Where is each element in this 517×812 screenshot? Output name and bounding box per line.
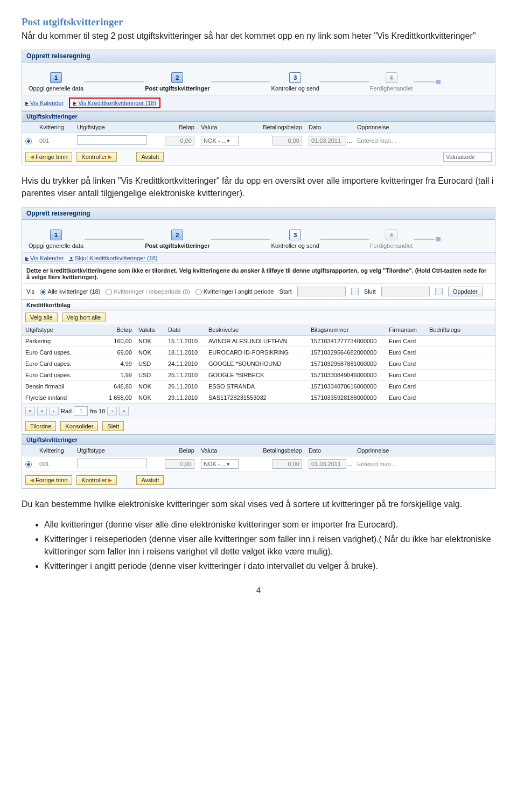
update-button[interactable]: Oppdater xyxy=(448,287,483,296)
chevron-right-icon: ▶ xyxy=(25,101,29,106)
screenshot-1: Opprett reiseregning 1 Oppgi generelle d… xyxy=(22,50,495,165)
row-origin: Entered manually xyxy=(354,135,402,146)
prev-step-button[interactable]: ◀Forrige trinn xyxy=(25,475,72,485)
valutakode-input[interactable]: Valutakode xyxy=(443,152,492,162)
col-belop: Beløp xyxy=(155,122,198,133)
list-item: Kvitteringer i reiseperioden (denne vise… xyxy=(44,533,495,558)
window-title: Opprett reiseregning xyxy=(22,50,495,63)
list-item: Alle kvitteringer (denne viser alle dine… xyxy=(44,518,495,531)
input-dato[interactable]: 01.03.2011 xyxy=(309,136,346,145)
table-row[interactable]: Flyreise innland1 658,00NOK29.11.2010SAS… xyxy=(22,392,495,404)
select-valuta[interactable]: NOK - ... ▾ xyxy=(201,136,239,145)
intro-paragraph-2: Hvis du trykker på linken "Vis Kredittko… xyxy=(22,175,495,199)
link-calendar[interactable]: ▶ Vis Kalender xyxy=(25,100,64,106)
wizard-steps: 1 Oppgi generelle data 2 Post utgiftskvi… xyxy=(22,63,495,95)
pager-first[interactable]: ≡ xyxy=(25,407,35,415)
receipts-header: Kvittering Utgiftstype Beløp Valuta Beta… xyxy=(22,445,495,456)
screenshot-2: Opprett reiseregning 1Oppgi generelle da… xyxy=(22,207,495,489)
step-3[interactable]: 3 xyxy=(289,230,301,240)
table-row[interactable]: Euro Card uspes.69,00NOK18.11.2010EUROCA… xyxy=(22,347,495,358)
radio-all-receipts[interactable] xyxy=(40,288,46,295)
deselect-all-button[interactable]: Velg bort alle xyxy=(62,313,106,322)
filter-vis-label: Vis xyxy=(26,288,34,295)
input-betalingsbelop: 0,00 xyxy=(273,459,302,469)
step-1[interactable]: 1 xyxy=(50,230,62,240)
wizard-steps: 1Oppgi generelle data 2Post utgiftskvitt… xyxy=(22,220,495,252)
select-all-button[interactable]: Velg alle xyxy=(25,313,58,322)
bullet-list: Alle kvitteringer (denne viser alle dine… xyxy=(22,518,495,573)
step-2[interactable]: 2 xyxy=(171,230,183,240)
exit-button[interactable]: Avslutt xyxy=(136,152,164,162)
pager-next-page[interactable]: » xyxy=(119,407,129,415)
toolbar: ▶ Vis Kalender ▶ Vis Kredittkortkvitteri… xyxy=(22,95,495,111)
step-4-label: Ferdigbehandlet xyxy=(370,85,413,92)
assign-button[interactable]: Tilordne xyxy=(25,421,56,431)
delete-button[interactable]: Slett xyxy=(102,421,124,431)
row-radio[interactable] xyxy=(25,137,32,144)
pager-next[interactable]: › xyxy=(107,407,117,415)
col-utgiftstype: Utgiftstype xyxy=(74,122,155,133)
input-belop[interactable]: 0,00 xyxy=(165,459,194,469)
col-betalingsbelop: Betalingsbeløp xyxy=(246,122,305,133)
filter-start-label: Start xyxy=(280,288,292,295)
select-valuta[interactable]: NOK - ... ▾ xyxy=(201,459,239,469)
instruction-text: Dette er kredittkortkvitteringene som ik… xyxy=(22,264,495,284)
receipts-header: Kvittering Utgiftstype Beløp Valuta Beta… xyxy=(22,122,495,133)
button-row: ◀Forrige trinn Kontroller▶ Avslutt Valut… xyxy=(22,149,495,165)
radio-trip-period xyxy=(106,288,112,295)
prev-step-button[interactable]: ◀Forrige trinn xyxy=(25,152,72,162)
intro-paragraph-1: Når du kommer til steg 2 post utgiftskvi… xyxy=(22,30,495,42)
input-utgiftstype[interactable] xyxy=(77,459,147,468)
step-1[interactable]: 1 xyxy=(50,72,62,83)
step-4: 4 xyxy=(386,72,397,83)
col-valuta: Valuta xyxy=(198,122,246,133)
col-kvittering: Kvittering xyxy=(36,122,74,133)
pager-prev-page[interactable]: « xyxy=(37,407,47,415)
check-button[interactable]: Kontroller▶ xyxy=(76,475,117,485)
row-radio[interactable] xyxy=(25,461,32,467)
link-calendar[interactable]: ▶Vis Kalender xyxy=(25,255,64,261)
section-receipts-bar: Utgiftskvitteringer xyxy=(22,111,495,122)
table-row[interactable]: Euro Card uspes.4,99USD24.11.2010GOOGLE … xyxy=(22,358,495,370)
page-number: 4 xyxy=(22,585,495,594)
section-bilag-bar: Kredittkortbilag xyxy=(22,300,495,310)
section-receipts-bar: Utgiftskvitteringer xyxy=(22,434,495,445)
bilag-header: Utgiftstype Beløp Valuta Dato Beskrivels… xyxy=(22,324,495,336)
pager: ≡ « ‹ Rad 1 fra 18 › » xyxy=(22,404,495,418)
table-row[interactable]: Euro Card uspes.1,99USD25.11.2010GOOGLE … xyxy=(22,370,495,381)
input-start-date[interactable] xyxy=(297,287,346,296)
col-dato: Dato xyxy=(305,122,354,133)
receipt-row[interactable]: 001 0,00 NOK - ... ▾ 0,00 01.03.2011 Ent… xyxy=(22,133,495,149)
link-credit-receipts-label: Vis Kredittkortkvitteringer (18) xyxy=(78,100,156,106)
radio-specified-period[interactable] xyxy=(195,288,202,295)
filter-row: Vis Alle kvitteringer (18) Kvitteringer … xyxy=(22,284,495,300)
step-3[interactable]: 3 xyxy=(289,72,301,83)
link-hide-credit-receipts[interactable]: ▼Skjul Kredittkortkvitteringer (18) xyxy=(69,255,157,261)
pager-prev[interactable]: ‹ xyxy=(49,407,59,415)
filter-slutt-label: Slutt xyxy=(364,288,376,295)
step-2-label: Post utgiftskvitteringer xyxy=(145,85,209,92)
chevron-right-icon: ▶ xyxy=(73,101,76,106)
link-credit-receipts[interactable]: ▶ Vis Kredittkortkvitteringer (18) xyxy=(69,98,160,108)
row-id: 001 xyxy=(36,135,74,146)
receipt-row[interactable]: 001 0,00 NOK - ... ▾ 0,00 01.03.2011 Ent… xyxy=(22,456,495,472)
check-button[interactable]: Kontroller▶ xyxy=(76,152,117,162)
consolidate-button[interactable]: Konsolider xyxy=(60,421,98,431)
input-belop[interactable]: 0,00 xyxy=(165,136,194,145)
toolbar: ▶Vis Kalender ▼Skjul Kredittkortkvitteri… xyxy=(22,252,495,264)
input-betalingsbelop: 0,00 xyxy=(273,136,302,145)
select-button-row: Velg alle Velg bort alle xyxy=(22,310,495,324)
calendar-icon[interactable] xyxy=(435,288,443,295)
pager-row-input[interactable]: 1 xyxy=(74,406,88,416)
intro-paragraph-3: Du kan bestemme hvilke elektroniske kvit… xyxy=(22,498,495,510)
input-dato[interactable]: 01.03.2011 xyxy=(309,459,346,469)
step-2[interactable]: 2 xyxy=(171,72,183,83)
table-row[interactable]: Parkering160,00NOK15.11.2010AVINOR ALESU… xyxy=(22,336,495,347)
input-utgiftstype[interactable] xyxy=(77,135,147,145)
exit-button[interactable]: Avslutt xyxy=(136,475,164,485)
table-row[interactable]: Bensin firmabil646,80NOK26.11.2010ESSO S… xyxy=(22,381,495,392)
step-3-label: Kontroller og send xyxy=(271,85,319,92)
input-end-date[interactable] xyxy=(381,287,430,296)
calendar-icon[interactable] xyxy=(351,288,359,295)
window-title: Opprett reiseregning xyxy=(22,207,495,220)
